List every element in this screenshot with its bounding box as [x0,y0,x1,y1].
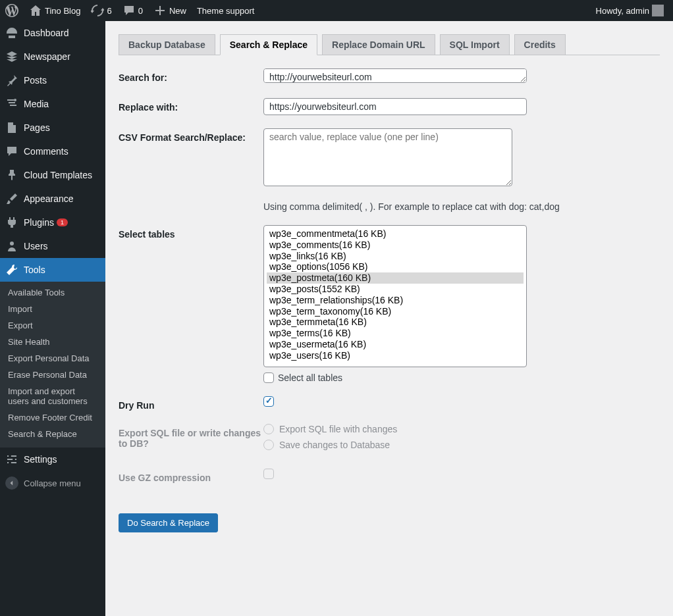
sidebar-item-cloud-templates[interactable]: Cloud Templates [0,163,105,187]
svg-point-7 [9,461,11,464]
submenu-export[interactable]: Export [0,317,105,334]
submenu-export-personal[interactable]: Export Personal Data [0,350,105,367]
replace-with-label: Replace with: [119,98,263,115]
avatar [652,5,664,16]
submenu-site-health[interactable]: Site Health [0,334,105,350]
table-option[interactable]: wp3e_options(1056 KB) [267,261,524,272]
save-db-radio [263,440,274,450]
collapse-icon [5,476,18,490]
select-tables-label: Select tables [119,225,263,383]
tools-submenu: Available Tools Import Export Site Healt… [0,282,105,448]
update-icon [91,4,104,17]
tab-credits[interactable]: Credits [514,34,566,55]
dry-run-checkbox[interactable] [263,396,274,407]
sidebar-label: Pages [24,122,50,133]
gz-label: Use GZ compression [119,469,263,483]
export-label: Export SQL file or write changes to DB? [119,424,263,455]
user-menu[interactable]: Howdy, admin [591,0,669,21]
sidebar-label: Newspaper [24,51,70,62]
site-name-link[interactable]: Tino Blog [24,0,86,21]
svg-point-5 [9,455,11,457]
search-replace-form: Search for: http://yourwebsiteurl.com Re… [119,68,660,532]
gz-checkbox [263,469,274,479]
sidebar-item-newspaper[interactable]: Newspaper [0,45,105,68]
submenu-remove-footer[interactable]: Remove Footer Credit [0,409,105,426]
sidebar-label: Appearance [24,193,74,204]
table-option[interactable]: wp3e_term_relationships(16 KB) [267,295,524,306]
page-icon [5,121,18,134]
pushpin-icon [5,168,18,182]
tab-sql-import[interactable]: SQL Import [440,34,510,55]
table-option[interactable]: wp3e_comments(16 KB) [267,240,524,251]
sidebar-label: Users [24,241,48,251]
sidebar-item-media[interactable]: Media [0,92,105,116]
nav-tabs: Backup Database Search & Replace Replace… [119,34,660,55]
search-for-label: Search for: [119,68,263,85]
tab-backup-database[interactable]: Backup Database [119,34,215,55]
sidebar-label: Tools [24,265,45,275]
table-option[interactable]: wp3e_terms(16 KB) [267,328,524,339]
theme-support-label: Theme support [197,6,254,16]
table-option[interactable]: wp3e_posts(1552 KB) [267,284,524,295]
tables-select[interactable]: wp3e_commentmeta(16 KB)wp3e_comments(16 … [263,225,527,367]
table-option[interactable]: wp3e_users(16 KB) [267,350,524,361]
sidebar-item-pages[interactable]: Pages [0,116,105,140]
table-option[interactable]: wp3e_term_taxonomy(16 KB) [267,306,524,317]
csv-input[interactable] [263,128,512,186]
table-option[interactable]: wp3e_postmeta(160 KB) [267,272,524,284]
sidebar-item-posts[interactable]: Posts [0,68,105,92]
replace-with-input[interactable] [263,98,527,115]
do-search-replace-button[interactable]: Do Search & Replace [119,513,218,532]
submenu-import-export-users[interactable]: Import and export users and customers [0,383,105,409]
sidebar-item-users[interactable]: Users [0,234,105,258]
save-db-label: Save changes to Database [279,440,390,450]
tab-replace-domain-url[interactable]: Replace Domain URL [322,34,435,55]
submenu-search-replace[interactable]: Search & Replace [0,426,105,442]
sidebar-item-appearance[interactable]: Appearance [0,187,105,211]
collapse-menu[interactable]: Collapse menu [0,471,105,495]
admin-bar: Tino Blog 6 0 New Theme support Howdy, a… [0,0,673,21]
sidebar-item-tools[interactable]: Tools [0,258,105,282]
select-all-checkbox[interactable] [263,372,274,383]
table-option[interactable]: wp3e_usermeta(16 KB) [267,339,524,350]
media-icon [5,97,18,111]
export-sql-radio [263,424,274,434]
pin-icon [5,74,18,87]
new-label: New [169,6,186,16]
comment-icon [122,4,136,17]
sidebar-item-plugins[interactable]: Plugins 1 [0,211,105,234]
table-option[interactable]: wp3e_commentmeta(16 KB) [267,228,524,240]
tools-icon [5,263,18,276]
sidebar-item-dashboard[interactable]: Dashboard [0,21,105,45]
dry-run-label: Dry Run [119,396,263,411]
plus-icon [153,4,167,17]
users-icon [5,240,18,253]
sidebar-item-comments[interactable]: Comments [0,140,105,163]
svg-point-6 [13,458,15,461]
sidebar-label: Settings [24,454,57,465]
sidebar-label: Plugins [24,217,54,228]
wordpress-logo-icon [5,4,18,17]
site-name: Tino Blog [45,6,80,16]
newspaper-icon [5,50,18,63]
submenu-import[interactable]: Import [0,301,105,317]
svg-point-1 [10,242,14,245]
sidebar-item-settings[interactable]: Settings [0,448,105,471]
new-content-link[interactable]: New [148,0,192,21]
submenu-erase-personal[interactable]: Erase Personal Data [0,367,105,383]
updates-count: 6 [107,6,111,16]
dashboard-icon [5,26,18,39]
theme-support-link[interactable]: Theme support [192,0,259,21]
table-option[interactable]: wp3e_links(16 KB) [267,251,524,262]
comments-link[interactable]: 0 [117,0,148,21]
comments-icon [5,145,18,158]
search-for-input[interactable]: http://yourwebsiteurl.com [263,68,527,83]
svg-point-0 [14,99,16,101]
wp-logo-menu[interactable] [0,0,24,21]
plugin-icon [5,216,18,229]
select-all-label: Select all tables [278,372,342,383]
tab-search-replace[interactable]: Search & Replace [220,34,317,55]
table-option[interactable]: wp3e_termmeta(16 KB) [267,317,524,328]
submenu-available-tools[interactable]: Available Tools [0,284,105,301]
updates-link[interactable]: 6 [86,0,117,21]
